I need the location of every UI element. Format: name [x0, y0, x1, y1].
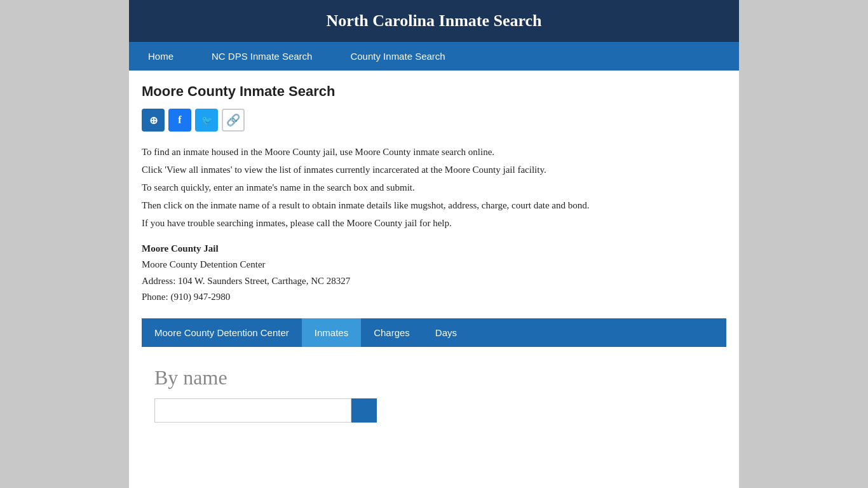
twitter-icon: 🐦	[201, 115, 212, 126]
nav-home[interactable]: Home	[129, 42, 193, 71]
main-content: Moore County Inmate Search ⊕ f 🐦 🔗 To fi…	[129, 71, 739, 454]
desc-line-4: Then click on the inmate name of a resul…	[142, 198, 726, 213]
share-button[interactable]: ⊕	[142, 109, 165, 132]
main-nav: Home NC DPS Inmate Search County Inmate …	[129, 42, 739, 71]
copy-link-button[interactable]: 🔗	[222, 109, 245, 132]
tab-days[interactable]: Days	[423, 318, 470, 347]
tab-charges[interactable]: Charges	[361, 318, 423, 347]
share-icon: ⊕	[149, 114, 158, 126]
site-title: North Carolina Inmate Search	[142, 11, 726, 30]
by-name-heading: By name	[154, 366, 714, 390]
jail-facility: Moore County Detention Center	[142, 257, 726, 273]
facebook-button[interactable]: f	[168, 109, 191, 132]
desc-line-2: Click 'View all inmates' to view the lis…	[142, 162, 726, 177]
jail-address: Address: 104 W. Saunders Street, Carthag…	[142, 273, 726, 290]
content-area: By name	[142, 347, 726, 442]
jail-info: Moore County Jail Moore County Detention…	[142, 243, 726, 306]
tab-bar-title: Moore County Detention Center	[142, 318, 302, 347]
search-button[interactable]	[351, 398, 377, 423]
search-row	[154, 398, 714, 423]
jail-details: Moore County Detention Center Address: 1…	[142, 257, 726, 306]
jail-name: Moore County Jail	[142, 243, 726, 254]
social-row: ⊕ f 🐦 🔗	[142, 109, 726, 132]
site-header: North Carolina Inmate Search	[129, 0, 739, 42]
tab-bar: Moore County Detention Center Inmates Ch…	[142, 318, 726, 347]
desc-line-3: To search quickly, enter an inmate's nam…	[142, 180, 726, 195]
desc-line-1: To find an inmate housed in the Moore Co…	[142, 144, 726, 159]
search-input[interactable]	[154, 398, 351, 423]
twitter-button[interactable]: 🐦	[195, 109, 218, 132]
facebook-icon: f	[178, 114, 181, 126]
desc-line-5: If you have trouble searching inmates, p…	[142, 215, 726, 231]
page-heading: Moore County Inmate Search	[142, 83, 726, 100]
copy-link-icon: 🔗	[226, 113, 240, 127]
nav-county[interactable]: County Inmate Search	[331, 42, 464, 71]
description-block: To find an inmate housed in the Moore Co…	[142, 144, 726, 231]
nav-nc-dps[interactable]: NC DPS Inmate Search	[193, 42, 331, 71]
tab-inmates[interactable]: Inmates	[302, 318, 361, 347]
jail-phone: Phone: (910) 947-2980	[142, 289, 726, 306]
